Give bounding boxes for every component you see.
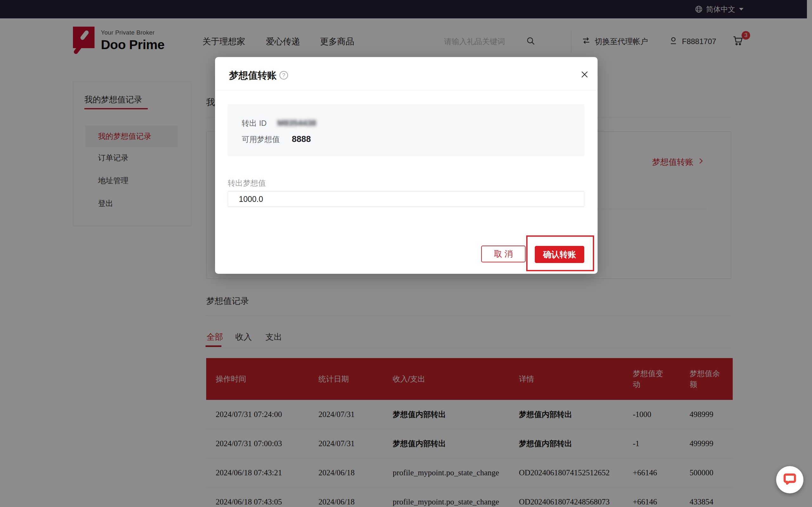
transfer-out-id-value-blurred: M8354438 [277,118,316,128]
transfer-out-id-label: 转出 ID [242,118,277,128]
transfer-info-box: 转出 ID M8354438 可用梦想值 8888 [228,104,584,156]
available-dream-value-label: 可用梦想值 [242,134,292,145]
speech-bubble-icon [782,472,797,488]
cancel-button[interactable]: 取 消 [481,245,525,262]
available-dream-value: 8888 [292,134,311,144]
transfer-amount-label: 转出梦想值 [228,178,266,188]
modal-title: 梦想值转账 [229,69,276,82]
live-chat-button[interactable] [776,466,803,493]
close-icon[interactable] [579,69,590,80]
question-circle-icon[interactable]: ? [280,71,288,79]
transfer-amount-input[interactable] [228,191,584,207]
screen: 简体中文 Your Private Broker Doo Prime 关于理想家… [0,0,812,507]
annotation-highlight-box [526,235,594,271]
modal-header-divider [215,90,598,91]
